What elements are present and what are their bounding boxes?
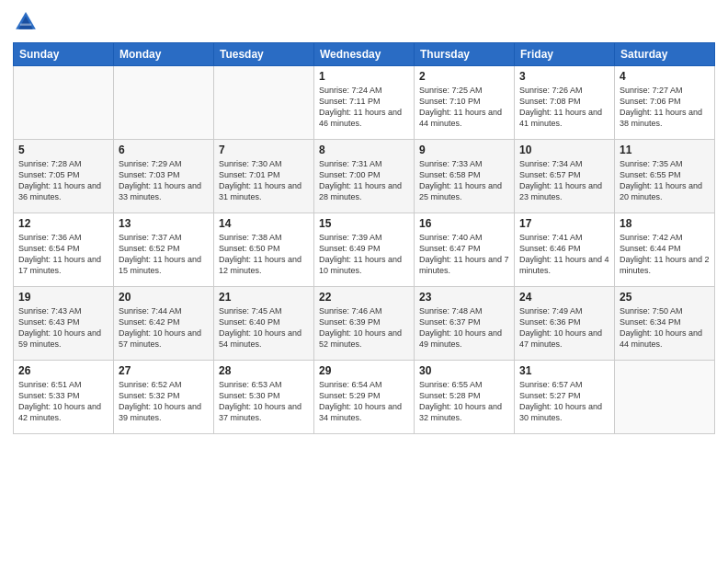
day-number: 17: [519, 217, 609, 230]
calendar-day-cell: 19Sunrise: 7:43 AMSunset: 6:43 PMDayligh…: [14, 287, 114, 361]
day-number: 21: [219, 291, 309, 304]
calendar-day-cell: 29Sunrise: 6:54 AMSunset: 5:29 PMDayligh…: [314, 361, 415, 434]
day-info: Sunrise: 7:42 AMSunset: 6:44 PMDaylight:…: [620, 232, 710, 277]
calendar-day-cell: [214, 66, 314, 140]
day-number: 14: [219, 217, 309, 230]
calendar-week-row: 26Sunrise: 6:51 AMSunset: 5:33 PMDayligh…: [14, 361, 715, 434]
calendar-day-cell: 3Sunrise: 7:26 AMSunset: 7:08 PMDaylight…: [515, 66, 615, 140]
calendar-day-cell: 31Sunrise: 6:57 AMSunset: 5:27 PMDayligh…: [515, 361, 615, 434]
day-info: Sunrise: 7:50 AMSunset: 6:34 PMDaylight:…: [620, 305, 710, 350]
calendar-day-cell: 17Sunrise: 7:41 AMSunset: 6:46 PMDayligh…: [515, 213, 615, 287]
calendar-week-row: 12Sunrise: 7:36 AMSunset: 6:54 PMDayligh…: [14, 213, 715, 287]
day-number: 12: [18, 217, 108, 230]
day-number: 15: [319, 217, 409, 230]
day-number: 13: [119, 217, 209, 230]
logo: [13, 9, 42, 35]
day-info: Sunrise: 7:37 AMSunset: 6:52 PMDaylight:…: [119, 232, 209, 277]
day-number: 18: [620, 217, 710, 230]
calendar-day-cell: 15Sunrise: 7:39 AMSunset: 6:49 PMDayligh…: [314, 213, 415, 287]
day-info: Sunrise: 7:25 AMSunset: 7:10 PMDaylight:…: [419, 85, 509, 130]
calendar-day-cell: 5Sunrise: 7:28 AMSunset: 7:05 PMDaylight…: [14, 140, 114, 213]
calendar-day-cell: 30Sunrise: 6:55 AMSunset: 5:28 PMDayligh…: [415, 361, 515, 434]
day-number: 31: [519, 364, 609, 377]
day-number: 6: [119, 144, 209, 156]
calendar-header-row: SundayMondayTuesdayWednesdayThursdayFrid…: [14, 43, 715, 66]
day-info: Sunrise: 7:46 AMSunset: 6:39 PMDaylight:…: [319, 305, 409, 350]
day-number: 1: [319, 70, 409, 83]
day-info: Sunrise: 7:43 AMSunset: 6:43 PMDaylight:…: [18, 305, 108, 350]
calendar-day-cell: 25Sunrise: 7:50 AMSunset: 6:34 PMDayligh…: [615, 287, 715, 361]
day-number: 16: [419, 217, 509, 230]
day-info: Sunrise: 7:48 AMSunset: 6:37 PMDaylight:…: [419, 305, 509, 350]
day-info: Sunrise: 7:36 AMSunset: 6:54 PMDaylight:…: [18, 232, 108, 277]
day-info: Sunrise: 6:53 AMSunset: 5:30 PMDaylight:…: [219, 379, 309, 424]
day-number: 4: [620, 70, 710, 83]
svg-rect-2: [20, 24, 31, 26]
calendar-day-cell: [615, 361, 715, 434]
day-info: Sunrise: 7:38 AMSunset: 6:50 PMDaylight:…: [219, 232, 309, 277]
calendar-day-cell: 22Sunrise: 7:46 AMSunset: 6:39 PMDayligh…: [314, 287, 415, 361]
weekday-header: Friday: [515, 43, 615, 66]
calendar-day-cell: 21Sunrise: 7:45 AMSunset: 6:40 PMDayligh…: [214, 287, 314, 361]
day-info: Sunrise: 7:35 AMSunset: 6:55 PMDaylight:…: [620, 158, 710, 203]
day-info: Sunrise: 7:41 AMSunset: 6:46 PMDaylight:…: [519, 232, 609, 277]
calendar-day-cell: 10Sunrise: 7:34 AMSunset: 6:57 PMDayligh…: [515, 140, 615, 213]
day-info: Sunrise: 7:26 AMSunset: 7:08 PMDaylight:…: [519, 85, 609, 130]
day-info: Sunrise: 7:33 AMSunset: 6:58 PMDaylight:…: [419, 158, 509, 203]
day-info: Sunrise: 6:57 AMSunset: 5:27 PMDaylight:…: [519, 379, 609, 424]
day-number: 3: [519, 70, 609, 83]
calendar-day-cell: 12Sunrise: 7:36 AMSunset: 6:54 PMDayligh…: [14, 213, 114, 287]
day-number: 30: [419, 364, 509, 377]
day-number: 9: [419, 144, 509, 156]
day-info: Sunrise: 7:31 AMSunset: 7:00 PMDaylight:…: [319, 158, 409, 203]
day-info: Sunrise: 7:29 AMSunset: 7:03 PMDaylight:…: [119, 158, 209, 203]
day-info: Sunrise: 6:51 AMSunset: 5:33 PMDaylight:…: [18, 379, 108, 424]
calendar-day-cell: 28Sunrise: 6:53 AMSunset: 5:30 PMDayligh…: [214, 361, 314, 434]
day-number: 5: [18, 144, 108, 156]
day-info: Sunrise: 7:49 AMSunset: 6:36 PMDaylight:…: [519, 305, 609, 350]
calendar-day-cell: 20Sunrise: 7:44 AMSunset: 6:42 PMDayligh…: [114, 287, 214, 361]
weekday-header: Thursday: [415, 43, 515, 66]
header: [13, 9, 715, 35]
calendar-day-cell: 26Sunrise: 6:51 AMSunset: 5:33 PMDayligh…: [14, 361, 114, 434]
day-info: Sunrise: 6:54 AMSunset: 5:29 PMDaylight:…: [319, 379, 409, 424]
calendar-day-cell: 16Sunrise: 7:40 AMSunset: 6:47 PMDayligh…: [415, 213, 515, 287]
day-number: 27: [119, 364, 209, 377]
weekday-header: Saturday: [615, 43, 715, 66]
calendar-day-cell: 27Sunrise: 6:52 AMSunset: 5:32 PMDayligh…: [114, 361, 214, 434]
day-info: Sunrise: 6:52 AMSunset: 5:32 PMDaylight:…: [119, 379, 209, 424]
day-number: 25: [620, 291, 710, 304]
day-info: Sunrise: 7:30 AMSunset: 7:01 PMDaylight:…: [219, 158, 309, 203]
calendar-day-cell: 14Sunrise: 7:38 AMSunset: 6:50 PMDayligh…: [214, 213, 314, 287]
calendar-day-cell: 1Sunrise: 7:24 AMSunset: 7:11 PMDaylight…: [314, 66, 415, 140]
calendar-week-row: 19Sunrise: 7:43 AMSunset: 6:43 PMDayligh…: [14, 287, 715, 361]
calendar-day-cell: 13Sunrise: 7:37 AMSunset: 6:52 PMDayligh…: [114, 213, 214, 287]
calendar-day-cell: 24Sunrise: 7:49 AMSunset: 6:36 PMDayligh…: [515, 287, 615, 361]
calendar-day-cell: 6Sunrise: 7:29 AMSunset: 7:03 PMDaylight…: [114, 140, 214, 213]
calendar-day-cell: 11Sunrise: 7:35 AMSunset: 6:55 PMDayligh…: [615, 140, 715, 213]
calendar-day-cell: [114, 66, 214, 140]
day-info: Sunrise: 7:40 AMSunset: 6:47 PMDaylight:…: [419, 232, 509, 277]
day-info: Sunrise: 7:24 AMSunset: 7:11 PMDaylight:…: [319, 85, 409, 130]
day-info: Sunrise: 7:44 AMSunset: 6:42 PMDaylight:…: [119, 305, 209, 350]
day-info: Sunrise: 7:39 AMSunset: 6:49 PMDaylight:…: [319, 232, 409, 277]
calendar-table: SundayMondayTuesdayWednesdayThursdayFrid…: [13, 42, 715, 434]
day-info: Sunrise: 7:28 AMSunset: 7:05 PMDaylight:…: [18, 158, 108, 203]
calendar-day-cell: [14, 66, 114, 140]
weekday-header: Monday: [114, 43, 214, 66]
day-number: 29: [319, 364, 409, 377]
calendar-day-cell: 9Sunrise: 7:33 AMSunset: 6:58 PMDaylight…: [415, 140, 515, 213]
day-number: 22: [319, 291, 409, 304]
day-number: 23: [419, 291, 509, 304]
day-number: 10: [519, 144, 609, 156]
day-info: Sunrise: 6:55 AMSunset: 5:28 PMDaylight:…: [419, 379, 509, 424]
page: SundayMondayTuesdayWednesdayThursdayFrid…: [0, 0, 728, 563]
day-number: 28: [219, 364, 309, 377]
day-info: Sunrise: 7:34 AMSunset: 6:57 PMDaylight:…: [519, 158, 609, 203]
day-number: 11: [620, 144, 710, 156]
calendar-day-cell: 4Sunrise: 7:27 AMSunset: 7:06 PMDaylight…: [615, 66, 715, 140]
day-number: 26: [18, 364, 108, 377]
weekday-header: Wednesday: [314, 43, 415, 66]
day-info: Sunrise: 7:45 AMSunset: 6:40 PMDaylight:…: [219, 305, 309, 350]
weekday-header: Sunday: [14, 43, 114, 66]
